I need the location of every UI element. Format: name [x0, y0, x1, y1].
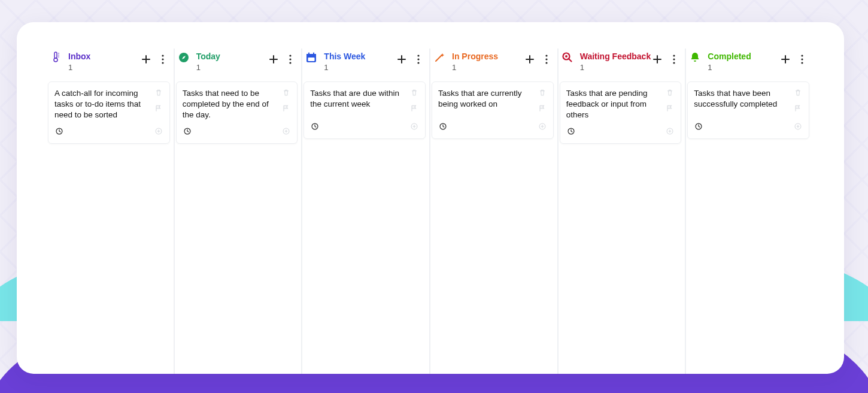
- column-header: Inbox 1: [48, 49, 172, 79]
- column-header: In Progress 1: [432, 49, 556, 79]
- task-card[interactable]: Tasks that need to be completed by the e…: [176, 81, 298, 144]
- thermometer-icon: [49, 51, 62, 64]
- column-count: 1: [708, 63, 779, 72]
- delete-icon[interactable]: [665, 88, 675, 100]
- column-count: 1: [580, 63, 652, 72]
- column-completed: Completed 1 Tasks that have been success…: [687, 49, 813, 374]
- column-title[interactable]: Completed: [708, 51, 779, 62]
- calendar-icon: [305, 51, 318, 64]
- column-count: 1: [452, 63, 524, 72]
- task-card[interactable]: A catch-all for incoming tasks or to-do …: [48, 81, 170, 144]
- flag-icon[interactable]: [281, 104, 291, 116]
- column-menu-button[interactable]: [541, 53, 553, 65]
- column-header: Today 1: [176, 49, 301, 79]
- task-card-text: A catch-all for incoming tasks or to-do …: [54, 88, 154, 120]
- add-card-button[interactable]: [651, 53, 663, 65]
- column-today: Today 1 Tasks that need to be completed …: [176, 49, 303, 374]
- flag-icon[interactable]: [409, 104, 419, 116]
- task-card[interactable]: Tasks that have been successfully comple…: [687, 81, 809, 139]
- clock-icon[interactable]: [694, 122, 703, 134]
- column-title[interactable]: Inbox: [68, 51, 140, 62]
- flag-icon[interactable]: [665, 104, 675, 116]
- task-card[interactable]: Tasks that are currently being worked on: [432, 81, 554, 139]
- column-thisweek: This Week 1 Tasks that are due within th…: [304, 49, 430, 374]
- column-header: Waiting Feedback 1: [560, 49, 684, 79]
- search-icon: [561, 51, 574, 64]
- assign-icon[interactable]: [409, 122, 419, 134]
- column-inprogress: In Progress 1 Tasks that are currently b…: [432, 49, 559, 374]
- column-waiting: Waiting Feedback 1 Tasks that are pendin…: [560, 49, 687, 374]
- flag-icon[interactable]: [793, 104, 803, 116]
- clock-icon[interactable]: [54, 126, 64, 138]
- column-count: 1: [196, 63, 268, 72]
- delete-icon[interactable]: [154, 88, 163, 100]
- column-title[interactable]: This Week: [324, 51, 396, 62]
- column-title[interactable]: Waiting Feedback: [580, 51, 652, 62]
- column-header: Completed 1: [687, 49, 812, 79]
- flag-icon[interactable]: [154, 104, 163, 116]
- column-header: This Week 1: [304, 49, 428, 79]
- assign-icon[interactable]: [154, 126, 163, 138]
- task-card[interactable]: Tasks that are due within the current we…: [304, 81, 426, 139]
- column-menu-button[interactable]: [412, 53, 424, 65]
- clock-icon[interactable]: [438, 122, 448, 134]
- add-card-button[interactable]: [140, 53, 152, 65]
- add-card-button[interactable]: [396, 53, 408, 65]
- column-menu-button[interactable]: [796, 53, 808, 65]
- column-title[interactable]: In Progress: [452, 51, 524, 62]
- clock-icon[interactable]: [183, 126, 192, 138]
- delete-icon[interactable]: [409, 88, 419, 100]
- add-card-button[interactable]: [268, 53, 280, 65]
- flag-icon[interactable]: [538, 104, 547, 116]
- add-card-button[interactable]: [779, 53, 791, 65]
- clock-icon[interactable]: [310, 122, 320, 134]
- delete-icon[interactable]: [538, 88, 547, 100]
- task-card-text: Tasks that have been successfully comple…: [694, 88, 793, 110]
- delete-icon[interactable]: [281, 88, 291, 100]
- column-count: 1: [324, 63, 396, 72]
- delete-icon[interactable]: [793, 88, 803, 100]
- bell-icon: [688, 51, 702, 64]
- column-inbox: Inbox 1 A catch-all for incoming tasks o…: [48, 49, 175, 374]
- task-card-text: Tasks that are pending feedback or input…: [566, 88, 666, 120]
- column-title[interactable]: Today: [196, 51, 268, 62]
- task-card[interactable]: Tasks that are pending feedback or input…: [560, 81, 682, 144]
- assign-icon[interactable]: [665, 126, 675, 138]
- wand-icon: [433, 51, 446, 64]
- compass-icon: [177, 51, 190, 64]
- task-card-text: Tasks that are due within the current we…: [310, 88, 409, 110]
- column-count: 1: [68, 63, 140, 72]
- assign-icon[interactable]: [281, 126, 291, 138]
- task-card-text: Tasks that are currently being worked on: [438, 88, 538, 110]
- task-card-text: Tasks that need to be completed by the e…: [183, 88, 282, 120]
- assign-icon[interactable]: [793, 122, 803, 134]
- column-menu-button[interactable]: [157, 53, 169, 65]
- assign-icon[interactable]: [538, 122, 547, 134]
- add-card-button[interactable]: [524, 53, 536, 65]
- column-menu-button[interactable]: [284, 53, 296, 65]
- kanban-board-frame: Inbox 1 A catch-all for incoming tasks o…: [17, 22, 844, 374]
- column-menu-button[interactable]: [668, 53, 680, 65]
- clock-icon[interactable]: [566, 126, 576, 138]
